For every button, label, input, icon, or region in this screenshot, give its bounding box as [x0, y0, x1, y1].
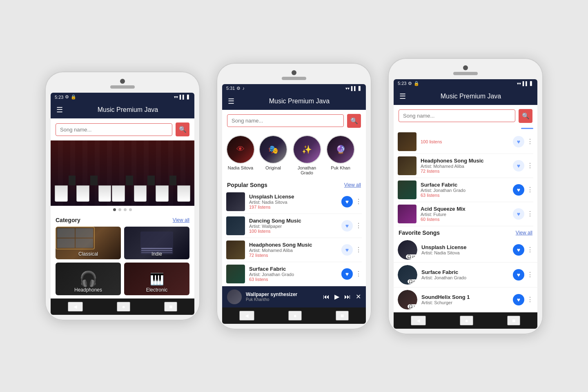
artist-name-jonathan: Jonathan Grado: [292, 165, 322, 175]
heart-button-3[interactable]: ♥: [341, 244, 353, 256]
np-skip-prev[interactable]: ⏮: [323, 293, 330, 301]
fav-heart-3[interactable]: ♥: [513, 294, 524, 305]
song-item-p3-3[interactable]: Acid Squeeze Mix Artist: Future 60 liste…: [398, 202, 533, 226]
fav-more-3[interactable]: ⋮: [527, 296, 533, 303]
piano-key-black: [147, 176, 155, 185]
artist-jonathan[interactable]: ✨ Jonathan Grado: [292, 135, 322, 175]
nav-back-2[interactable]: ◄: [239, 311, 255, 321]
dot-4[interactable]: [129, 208, 132, 211]
np-skip-next[interactable]: ⏭: [344, 293, 351, 301]
fav-item-3[interactable]: 🎧 15 SoundHelix Song 1 Artist: Schurger …: [394, 287, 537, 312]
np-artist: Puk Khantho: [246, 297, 319, 302]
nav-square-3[interactable]: ■: [507, 316, 520, 325]
phone-2: 5:31 ⚙ ♪ ▾▾ ▌▌ ▋ ☰ Music Premium Java 🔍: [216, 63, 372, 330]
np-play[interactable]: ▶: [334, 293, 339, 301]
song-item-p3-1[interactable]: Headphones Song Music Artist: Mohamed Al…: [398, 154, 533, 178]
song-item-1[interactable]: Unsplash License Artist: Nadia Sitova 19…: [226, 190, 362, 214]
dot-1[interactable]: [113, 208, 116, 211]
app-bar-1: ☰ Music Premium Java: [51, 101, 194, 118]
more-button-4[interactable]: ⋮: [355, 270, 362, 278]
favorite-view-all[interactable]: View all: [516, 230, 532, 236]
search-input-1[interactable]: [56, 123, 172, 136]
category-headphones-label: Headphones: [74, 287, 102, 293]
top-more-button[interactable]: ⋮: [527, 138, 533, 145]
category-headphones[interactable]: 🎧 Headphones: [56, 263, 121, 295]
np-thumb: [227, 290, 242, 304]
nav-bar-2: ◄ ● ■: [222, 307, 366, 324]
nav-home-1[interactable]: ●: [117, 302, 130, 312]
song-item-4[interactable]: Surface Fabric Artist: Jonathan Grado 63…: [226, 262, 362, 286]
popular-view-all[interactable]: View all: [344, 182, 361, 188]
fav-more-1[interactable]: ⋮: [527, 246, 533, 254]
song-item-2[interactable]: Dancing Song Music Artist: Wallpaper 100…: [226, 214, 362, 238]
heart-p3-2[interactable]: ♥: [513, 184, 524, 196]
nav-square-2[interactable]: ■: [336, 311, 349, 321]
piano-keys: [51, 185, 194, 202]
nav-square-1[interactable]: ■: [164, 302, 177, 312]
heart-p3-1[interactable]: ♥: [513, 160, 524, 172]
fav-more-2[interactable]: ⋮: [527, 271, 533, 278]
search-button-1[interactable]: 🔍: [176, 122, 189, 136]
more-button-2[interactable]: ⋮: [355, 222, 362, 229]
song-item-3[interactable]: Headphones Song Music Artist: Mohamed Al…: [226, 238, 362, 262]
status-bar-3: 5:23 ⚙ 🔒 ▾▾ ▌▌ ▋: [394, 79, 537, 88]
fav-heart-1[interactable]: ♥: [513, 244, 524, 256]
app-title-3: Music Premium Java: [410, 93, 532, 100]
piano-key: [177, 185, 190, 202]
song-listens-1: 197 listens: [249, 205, 337, 209]
status-time-1: 5:23: [55, 95, 63, 100]
more-button-1[interactable]: ⋮: [355, 198, 362, 205]
song-listens-p3-2: 63 listens: [421, 193, 509, 198]
more-p3-1[interactable]: ⋮: [527, 162, 533, 169]
dot-2[interactable]: [118, 208, 121, 211]
search-button-2[interactable]: 🔍: [347, 114, 361, 128]
heart-button-4[interactable]: ♥: [341, 268, 353, 280]
fav-item-2[interactable]: 🎧 63 Surface Fabric Artist: Jonathan Gra…: [394, 263, 537, 287]
menu-icon-2[interactable]: ☰: [228, 97, 234, 106]
category-view-all[interactable]: View all: [173, 217, 189, 223]
piano-key: [76, 185, 89, 202]
search-input-2[interactable]: [227, 114, 344, 127]
song-artist-1: Artist: Nadia Sitova: [249, 200, 337, 205]
top-heart-button[interactable]: ♥: [513, 136, 524, 147]
search-input-3[interactable]: [399, 109, 515, 122]
more-p3-3[interactable]: ⋮: [527, 210, 533, 218]
lock-icon-1: 🔒: [71, 94, 76, 100]
np-close[interactable]: ✕: [356, 293, 361, 301]
top-listens-actions: ♥ ⋮: [513, 136, 533, 147]
artist-nadia[interactable]: 👁 Nadia Sitova: [226, 135, 255, 175]
dot-3[interactable]: [124, 208, 127, 211]
song-artist-p3-1: Artist: Mohamed Aliba: [421, 164, 509, 169]
menu-icon-3[interactable]: ☰: [399, 92, 406, 101]
fav-item-1[interactable]: 🎧 196 Unsplash License Artist: Nadia Sit…: [394, 238, 537, 263]
menu-icon-1[interactable]: ☰: [56, 105, 63, 114]
more-button-3[interactable]: ⋮: [355, 246, 362, 254]
piano-key: [55, 185, 68, 202]
app-title-1: Music Premium Java: [67, 106, 189, 114]
category-electronic[interactable]: 🎹 Electronic: [124, 263, 189, 295]
speaker-1: [110, 85, 135, 89]
fav-heart-2[interactable]: ♥: [513, 269, 524, 281]
song-item-p3-2[interactable]: Surface Fabric Artist: Jonathan Grado 63…: [398, 178, 533, 202]
more-p3-2[interactable]: ⋮: [527, 186, 533, 194]
category-indie[interactable]: Indie: [124, 227, 189, 259]
battery-icon-1: ▋: [187, 95, 190, 99]
nav-back-3[interactable]: ◄: [411, 316, 426, 325]
artist-original[interactable]: 🎭 Original: [259, 135, 287, 175]
nav-bar-1: ◄ ● ■: [51, 298, 194, 315]
search-button-3[interactable]: 🔍: [519, 109, 532, 123]
artist-puk[interactable]: 🔮 Puk Khan: [326, 135, 355, 175]
category-grid: Classical Indie 🎧 Headphones 🎹 Electroni…: [51, 225, 194, 298]
nav-home-3[interactable]: ●: [460, 316, 473, 325]
fav-title-1: Unsplash License: [421, 244, 509, 250]
heart-p3-3[interactable]: ♥: [513, 208, 524, 220]
heart-button-1[interactable]: ♥: [341, 196, 353, 207]
category-classical[interactable]: Classical: [56, 227, 121, 259]
category-header: Category View all: [51, 214, 194, 225]
top-listens-item[interactable]: 100 listens ♥ ⋮: [398, 130, 533, 154]
artist-name-puk: Puk Khan: [331, 165, 350, 170]
nav-back-1[interactable]: ◄: [68, 302, 83, 312]
nav-home-2[interactable]: ●: [288, 311, 301, 321]
piano-key-black: [69, 176, 76, 185]
heart-button-2[interactable]: ♥: [341, 220, 353, 232]
